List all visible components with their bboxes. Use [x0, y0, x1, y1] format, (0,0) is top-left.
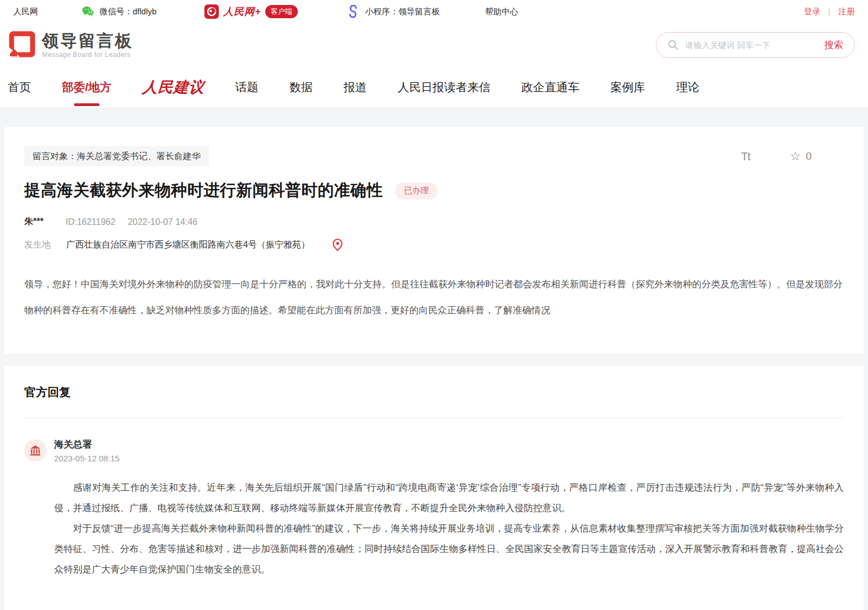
message-id: ID:16211962 — [66, 217, 115, 227]
main-content: 留言对象：海关总署党委书记、署长俞建华 Tt ☆ 0 提高海关截获外来物种时进行… — [0, 108, 868, 610]
auth-divider: | — [828, 7, 830, 17]
government-building-icon — [29, 444, 42, 457]
login-link[interactable]: 登录 — [804, 7, 820, 17]
nav-item-home[interactable]: 首页 — [8, 76, 31, 98]
register-link[interactable]: 注册 — [838, 7, 855, 17]
message-card: 留言对象：海关总署党委书记、署长俞建华 Tt ☆ 0 提高海关截获外来物种时进行… — [4, 127, 864, 354]
favorite-control[interactable]: ☆ 0 — [790, 150, 812, 162]
message-tools: Tt ☆ 0 — [741, 150, 812, 163]
miniprogram-entry[interactable]: 小程序：领导留言板 — [346, 5, 440, 18]
wechat-icon — [81, 5, 94, 18]
logo-text: 领导留言板 Message Board for Leaders — [42, 31, 133, 59]
main-nav: 首页 部委/地方 人民建议 话题 数据 报道 人民日报读者来信 政企直通车 案例… — [0, 66, 868, 108]
search-button[interactable]: 搜索 — [824, 39, 843, 51]
reply-paragraph: 感谢对海关工作的关注和支持。近年来，海关先后组织开展“国门绿盾”行动和“跨境电商… — [54, 477, 844, 518]
help-center-link[interactable]: 帮助中心 — [485, 7, 518, 17]
reply-paragraph: 对于反馈“进一步提高海关拦截外来物种新闻科普的准确性”的建议，下一步，海关将持续… — [54, 518, 844, 580]
agency-name: 海关总署 — [54, 438, 119, 451]
reply-body: 感谢对海关工作的关注和支持。近年来，海关先后组织开展“国门绿盾”行动和“跨境电商… — [24, 477, 844, 580]
message-location-row: 发生地 广西壮族自治区南宁市西乡塘区衡阳路南六巷4号（振宁雅苑） — [24, 239, 843, 251]
search-input[interactable] — [685, 40, 824, 50]
message-author: 朱*** — [24, 216, 44, 228]
official-reply-card: 官方回复 海关 — [4, 366, 864, 610]
app-wordmark: 人民网+ — [223, 5, 261, 18]
location-value: 广西壮族自治区南宁市西乡塘区衡阳路南六巷4号（振宁雅苑） — [66, 239, 310, 251]
reply-datetime: 2023-05-12 08:15 — [54, 454, 119, 463]
font-size-toggle[interactable]: Tt — [741, 150, 750, 163]
auth-links: 登录 | 注册 — [804, 7, 855, 17]
star-icon: ☆ — [790, 150, 801, 162]
app-client-badge: 客户端 — [265, 5, 298, 18]
message-card-head: 留言对象：海关总署党委书记、署长俞建华 Tt ☆ 0 — [24, 146, 843, 166]
search-icon — [667, 39, 678, 50]
nav-item-ministries-local[interactable]: 部委/地方 — [62, 76, 112, 98]
agency-avatar — [24, 439, 46, 461]
reply-section-title: 官方回复 — [24, 385, 844, 400]
reply-divider — [24, 418, 844, 418]
message-board-logo-icon — [8, 31, 35, 59]
nav-item-reader-letters[interactable]: 人民日报读者来信 — [398, 76, 491, 98]
message-body: 领导，您好！中国海关对境外外来物种的防疫管理一向是十分严格的，我对此十分支持。但… — [24, 272, 843, 324]
nav-item-peoples-suggestions[interactable]: 人民建议 — [141, 74, 205, 101]
message-target-tag: 留言对象：海关总署党委书记、署长俞建华 — [24, 146, 209, 166]
nav-item-case-library[interactable]: 案例库 — [611, 76, 645, 98]
miniprogram-icon — [346, 5, 360, 18]
location-label: 发生地 — [24, 239, 51, 251]
nav-item-gov-business-express[interactable]: 政企直通车 — [522, 76, 580, 98]
message-meta: 朱*** ID:16211962 2022-10-07 14:46 — [24, 216, 843, 228]
peoples-daily-app-icon — [204, 4, 219, 19]
peoples-daily-app[interactable]: 人民网+ 客户端 — [204, 4, 298, 19]
nav-item-theory[interactable]: 理论 — [676, 76, 699, 98]
site-logo[interactable]: 领导留言板 Message Board for Leaders — [8, 31, 133, 59]
status-badge: 已办理 — [395, 182, 438, 199]
search-box: 搜索 — [656, 32, 855, 58]
logo-subtitle: Message Board for Leaders — [42, 51, 133, 59]
message-title-row: 提高海关截获外来物种时进行新闻科普时的准确性 已办理 — [24, 180, 843, 202]
star-count: 0 — [806, 150, 812, 162]
nav-item-topics[interactable]: 话题 — [235, 76, 259, 98]
wechat-account-label: 微信号：dfldlyb — [99, 7, 156, 17]
miniprogram-label: 小程序：领导留言板 — [365, 7, 440, 17]
reply-item: 海关总署 2023-05-12 08:15 感谢对海关工作的关注和支持。近年来，… — [24, 438, 844, 580]
reply-agency-row: 海关总署 2023-05-12 08:15 — [24, 438, 844, 463]
peoples-daily-link[interactable]: 人民网 — [13, 7, 38, 17]
map-pin-icon[interactable] — [332, 239, 343, 251]
wechat-account[interactable]: 微信号：dfldlyb — [81, 5, 156, 18]
message-title: 提高海关截获外来物种时进行新闻科普时的准确性 — [24, 180, 383, 202]
logo-title: 领导留言板 — [42, 31, 133, 50]
message-datetime: 2022-10-07 14:46 — [128, 217, 197, 227]
site-header: 领导留言板 Message Board for Leaders 搜索 — [0, 23, 868, 66]
top-utility-bar: 人民网 微信号：dfldlyb 人民网+ — [0, 0, 868, 23]
nav-item-data[interactable]: 数据 — [290, 76, 313, 98]
nav-item-reports[interactable]: 报道 — [344, 76, 367, 98]
reply-agency-info: 海关总署 2023-05-12 08:15 — [54, 438, 119, 463]
